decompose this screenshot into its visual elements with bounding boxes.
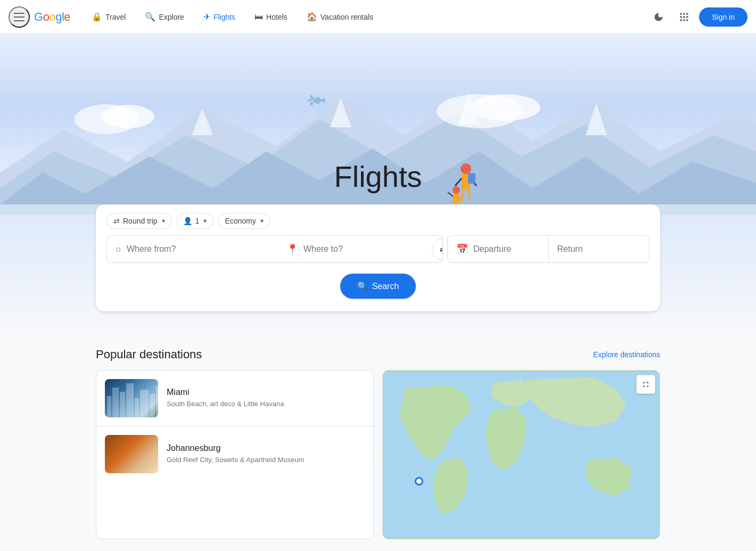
destinations-list: Miami South Beach, art deco & Little Hav… — [96, 370, 374, 539]
svg-rect-3 — [680, 16, 682, 18]
svg-rect-0 — [680, 13, 682, 14]
departure-date-field[interactable]: 📅 Departure — [448, 236, 548, 262]
where-from-placeholder: Where from? — [127, 244, 176, 254]
johannesburg-name: Johannesburg — [167, 443, 365, 453]
map-expand-button[interactable] — [636, 375, 655, 394]
svg-rect-6 — [680, 19, 682, 21]
svg-rect-5 — [686, 16, 688, 18]
bed-icon: 🛏 — [254, 12, 263, 22]
svg-point-21 — [461, 163, 471, 174]
location-field-group: ○ Where from? ⇄ 📍 Where to? — [106, 235, 443, 263]
miami-desc: South Beach, art deco & Little Havana — [167, 399, 365, 409]
cabin-class-button[interactable]: Economy ▾ — [218, 213, 270, 229]
nav-links: 🔒 Travel 🔍 Explore ✈ Flights 🛏 Hotels 🏠 … — [83, 7, 648, 26]
origin-icon: ○ — [116, 244, 121, 255]
svg-rect-1 — [684, 13, 685, 14]
dark-mode-button[interactable] — [648, 6, 669, 28]
svg-point-28 — [453, 186, 460, 194]
nav-right: Sign in — [648, 6, 747, 28]
search-icon: 🔍 — [357, 281, 368, 291]
calendar-icon: 📅 — [456, 243, 468, 255]
svg-rect-7 — [684, 19, 685, 21]
popular-destinations-header: Popular destinations Explore destination… — [96, 348, 660, 361]
search-button[interactable]: 🔍 Search — [340, 274, 416, 299]
search-icon: 🔍 — [145, 12, 155, 22]
svg-rect-27 — [468, 173, 475, 184]
map-location-dot — [415, 477, 423, 486]
johannesburg-desc: Gold Reef City, Soweto & Apartheid Museu… — [167, 455, 365, 465]
passenger-icon: 👤 — [183, 217, 192, 225]
nav-link-flights[interactable]: ✈ Flights — [195, 7, 244, 26]
return-date-field[interactable]: Return — [548, 236, 650, 262]
google-logo[interactable]: Google — [34, 10, 70, 24]
airplane-icon: ✈ — [203, 12, 210, 22]
sign-in-button[interactable]: Sign in — [699, 7, 747, 27]
nav-link-vacation-rentals[interactable]: 🏠 Vacation rentals — [298, 7, 382, 26]
return-placeholder: Return — [557, 244, 583, 254]
lock-icon: 🔒 — [92, 12, 102, 22]
moon-icon — [653, 12, 664, 22]
search-btn-row: 🔍 Search — [106, 274, 650, 299]
hero-section: Flights — [0, 34, 756, 215]
world-map-svg — [383, 371, 660, 539]
explore-destinations-link[interactable]: Explore destinations — [593, 350, 660, 359]
trip-type-button[interactable]: ⇄ Round trip ▾ — [106, 213, 172, 229]
search-options-row: ⇄ Round trip ▾ 👤 1 ▾ Economy ▾ — [106, 213, 650, 229]
destination-icon: 📍 — [286, 243, 298, 255]
svg-point-18 — [101, 105, 154, 128]
svg-rect-2 — [686, 13, 688, 14]
apps-button[interactable] — [673, 6, 695, 28]
search-container: ⇄ Round trip ▾ 👤 1 ▾ Economy ▾ ○ Where f… — [96, 204, 660, 311]
where-to-field[interactable]: 📍 Where to? — [272, 236, 442, 262]
passengers-button[interactable]: 👤 1 ▾ — [176, 213, 214, 229]
nav-link-hotels[interactable]: 🛏 Hotels — [246, 8, 296, 26]
departure-placeholder: Departure — [473, 244, 511, 254]
miami-image — [105, 379, 158, 417]
round-trip-icon: ⇄ — [113, 217, 120, 225]
hamburger-menu-button[interactable] — [9, 6, 30, 28]
trip-type-caret: ▾ — [162, 217, 165, 225]
house-icon: 🏠 — [307, 12, 317, 22]
popular-destinations-title: Popular destinations — [96, 348, 202, 361]
svg-point-20 — [471, 94, 540, 121]
swap-icon: ⇄ — [440, 245, 443, 253]
main-content: Popular destinations Explore destination… — [85, 348, 671, 551]
svg-rect-4 — [684, 16, 685, 18]
miami-name: Miami — [167, 388, 365, 397]
nav-link-travel[interactable]: 🔒 Travel — [83, 7, 134, 26]
johannesburg-image — [105, 435, 158, 473]
passengers-caret: ▾ — [203, 217, 207, 225]
map-container[interactable] — [382, 370, 660, 539]
date-field-group: 📅 Departure Return — [447, 235, 650, 263]
where-to-placeholder: Where to? — [303, 244, 343, 254]
cabin-class-caret: ▾ — [260, 217, 264, 225]
nav-link-explore[interactable]: 🔍 Explore — [136, 7, 192, 26]
destinations-grid: Miami South Beach, art deco & Little Hav… — [96, 370, 660, 539]
search-fields-row: ○ Where from? ⇄ 📍 Where to? 📅 Departure — [106, 235, 650, 263]
navbar: Google 🔒 Travel 🔍 Explore ✈ Flights 🛏 Ho… — [0, 0, 756, 34]
expand-icon — [642, 380, 650, 389]
destination-card-miami[interactable]: Miami South Beach, art deco & Little Hav… — [96, 371, 373, 426]
svg-rect-8 — [686, 19, 688, 21]
grid-icon — [679, 12, 689, 22]
where-from-field[interactable]: ○ Where from? — [107, 236, 272, 262]
destination-card-johannesburg[interactable]: Johannesburg Gold Reef City, Soweto & Ap… — [96, 426, 373, 482]
